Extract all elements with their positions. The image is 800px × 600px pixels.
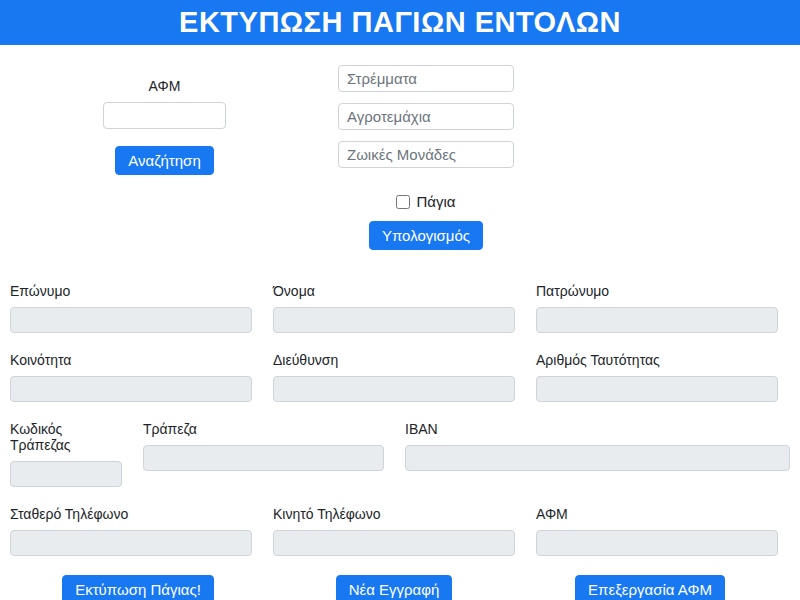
surname-field-group: Επώνυμο	[10, 283, 252, 333]
search-button[interactable]: Αναζήτηση	[115, 146, 213, 175]
address-row: Κοινότητα Διεύθυνση Αριθμός Ταυτότητας	[10, 352, 778, 402]
pagia-checkbox-row: Πάγια	[338, 193, 514, 210]
bank-field-group: Τράπεζα	[143, 421, 384, 487]
address-field-group: Διεύθυνση	[273, 352, 515, 402]
landline-input	[10, 530, 252, 556]
community-input	[10, 376, 252, 402]
bank-code-input	[10, 461, 122, 487]
footer-buttons-row: Εκτύπωση Πάγιας! Νέα Εγγραφή Επεξεργασία…	[10, 575, 778, 600]
pagia-checkbox[interactable]	[396, 195, 410, 209]
address-input	[273, 376, 515, 402]
bank-code-field-group: Κωδικός Τράπεζας	[10, 421, 122, 487]
bank-row: Κωδικός Τράπεζας Τράπεζα IBAN	[10, 421, 790, 487]
patronymic-field-group: Πατρώνυμο	[536, 283, 778, 333]
patronymic-label: Πατρώνυμο	[536, 283, 778, 299]
patronymic-input	[536, 307, 778, 333]
afm-search-label: ΑΦΜ	[103, 78, 226, 94]
phone-row: Σταθερό Τηλέφωνο Κινητό Τηλέφωνο ΑΦΜ	[10, 506, 778, 556]
afm-search-panel: ΑΦΜ Αναζήτηση	[103, 78, 226, 175]
stremmata-input[interactable]	[338, 65, 514, 92]
calc-panel: Πάγια Υπολογισμός	[338, 65, 514, 250]
afm-search-input[interactable]	[103, 102, 226, 129]
agrotemaxia-input[interactable]	[338, 103, 514, 130]
top-panels: ΑΦΜ Αναζήτηση Πάγια Υπολογισμός	[0, 45, 800, 283]
mobile-input	[273, 530, 515, 556]
landline-field-group: Σταθερό Τηλέφωνο	[10, 506, 252, 556]
afm-field-group: ΑΦΜ	[536, 506, 778, 556]
community-label: Κοινότητα	[10, 352, 252, 368]
surname-label: Επώνυμο	[10, 283, 252, 299]
mobile-field-group: Κινητό Τηλέφωνο	[273, 506, 515, 556]
edit-afm-button[interactable]: Επεξεργασία ΑΦΜ	[575, 575, 725, 600]
afm-input	[536, 530, 778, 556]
afm-label: ΑΦΜ	[536, 506, 778, 522]
community-field-group: Κοινότητα	[10, 352, 252, 402]
details-form: Επώνυμο Όνομα Πατρώνυμο Κοινότητα Διεύθυ…	[0, 283, 800, 600]
name-row: Επώνυμο Όνομα Πατρώνυμο	[10, 283, 778, 333]
bank-code-label: Κωδικός Τράπεζας	[10, 421, 122, 453]
bank-label: Τράπεζα	[143, 421, 384, 437]
print-standing-order-button[interactable]: Εκτύπωση Πάγιας!	[62, 575, 214, 600]
zoikes-monades-input[interactable]	[338, 141, 514, 168]
new-record-button-cell: Νέα Εγγραφή	[266, 575, 522, 600]
header-bar: ΕΚΤΥΠΩΣΗ ΠΑΓΙΩΝ ΕΝΤΟΛΩΝ	[0, 0, 800, 45]
firstname-label: Όνομα	[273, 283, 515, 299]
edit-afm-button-cell: Επεξεργασία ΑΦΜ	[522, 575, 778, 600]
id-number-field-group: Αριθμός Ταυτότητας	[536, 352, 778, 402]
landline-label: Σταθερό Τηλέφωνο	[10, 506, 252, 522]
iban-label: IBAN	[405, 421, 790, 437]
calculate-button[interactable]: Υπολογισμός	[369, 221, 483, 250]
pagia-checkbox-label: Πάγια	[416, 193, 455, 210]
iban-input	[405, 445, 790, 471]
id-number-label: Αριθμός Ταυτότητας	[536, 352, 778, 368]
new-record-button[interactable]: Νέα Εγγραφή	[336, 575, 453, 600]
id-number-input	[536, 376, 778, 402]
firstname-field-group: Όνομα	[273, 283, 515, 333]
app-window: ΕΚΤΥΠΩΣΗ ΠΑΓΙΩΝ ΕΝΤΟΛΩΝ ΑΦΜ Αναζήτηση Πά…	[0, 0, 800, 600]
address-label: Διεύθυνση	[273, 352, 515, 368]
print-button-cell: Εκτύπωση Πάγιας!	[10, 575, 266, 600]
firstname-input	[273, 307, 515, 333]
iban-field-group: IBAN	[405, 421, 790, 487]
bank-input	[143, 445, 384, 471]
surname-input	[10, 307, 252, 333]
page-title: ΕΚΤΥΠΩΣΗ ΠΑΓΙΩΝ ΕΝΤΟΛΩΝ	[179, 6, 621, 39]
mobile-label: Κινητό Τηλέφωνο	[273, 506, 515, 522]
